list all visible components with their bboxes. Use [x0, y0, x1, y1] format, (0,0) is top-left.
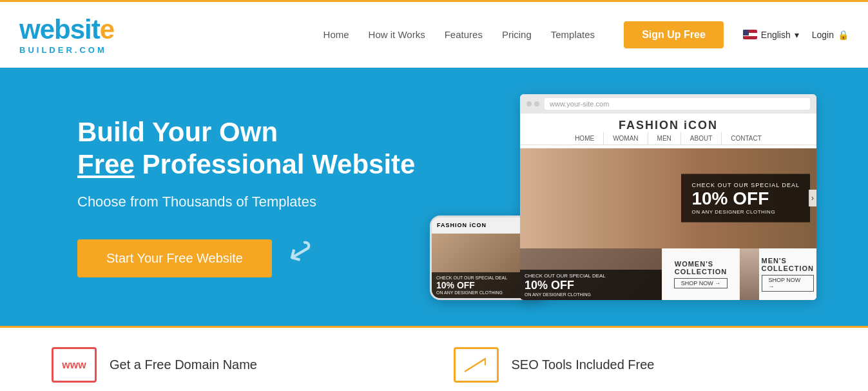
fashion-bottom-row: CHECK OUT OUR SPECIAL DEAL 10% OFF ON AN… — [520, 248, 816, 300]
top-right-controls: English ▾ Login 🔒 — [743, 30, 849, 40]
fashion-deal-small-sm: CHECK OUT OUR SPECIAL DEAL — [525, 273, 657, 279]
fashion-site-title: FASHION iCON — [520, 119, 816, 132]
womens-shop-btn[interactable]: SHOP NOW → — [674, 278, 728, 288]
lock-icon: 🔒 — [838, 30, 849, 40]
hero-title-rest: Professional Website — [135, 149, 416, 179]
login-label: Login — [812, 30, 834, 40]
top-bar: website BUILDER.COM Home How it Works Fe… — [0, 0, 868, 68]
fashion-nav-men: MEN — [648, 132, 681, 145]
feature-domain-text: Get a Free Domain Name — [110, 357, 257, 372]
hero-mockup-area: FASHION iCON ≡ CHECK OUT OUR SPECIAL DEA… — [481, 94, 816, 300]
deal-sub-text: ON ANY DESIGNER CLOTHING — [691, 209, 800, 215]
fashion-deal-overlay-sm: CHECK OUT OUR SPECIAL DEAL 10% OFF ON AN… — [520, 270, 662, 300]
womens-collection-panel: WOMEN'SCOLLECTION SHOP NOW → — [662, 248, 739, 300]
language-label: English — [761, 30, 791, 40]
fashion-main-image: CHECK OUT OUR SPECIAL DEAL 10% OFF ON AN… — [520, 148, 816, 248]
hero-subtitle: Choose from Thousands of Templates — [77, 194, 481, 210]
hero-title: Build Your Own Free Professional Website — [77, 116, 481, 181]
feature-seo-text: SEO Tools Included Free — [512, 357, 655, 372]
logo-sub: BUILDER.COM — [19, 45, 114, 55]
seo-chart-svg — [463, 356, 489, 375]
mens-image — [740, 248, 759, 300]
chevron-down-icon: ▾ — [795, 30, 799, 40]
logo[interactable]: website BUILDER.COM — [19, 14, 114, 55]
mens-collection-panel: MEN'SCOLLECTION SHOP NOW → — [739, 248, 816, 300]
deal-overlay: CHECK OUT OUR SPECIAL DEAL 10% OFF ON AN… — [681, 174, 810, 223]
seo-icon — [454, 347, 499, 383]
language-selector[interactable]: English ▾ — [743, 30, 799, 40]
fashion-bottom-left-image: CHECK OUT OUR SPECIAL DEAL 10% OFF ON AN… — [520, 248, 662, 300]
deal-percent: 10% OFF — [691, 188, 800, 209]
deal-small-text: CHECK OUT OUR SPECIAL DEAL — [691, 182, 800, 188]
mobile-site-title: FASHION iCON — [437, 222, 487, 228]
nav-how-it-works[interactable]: How it Works — [369, 29, 425, 40]
nav-area: Home How it Works Features Pricing Templ… — [323, 21, 724, 48]
nav-features[interactable]: Features — [445, 29, 483, 40]
hero-title-free: Free — [77, 149, 135, 179]
www-icon: www — [52, 347, 97, 383]
hero-title-line1: Build Your Own — [77, 117, 278, 147]
login-area[interactable]: Login 🔒 — [812, 30, 849, 40]
fashion-header: FASHION iCON HOME WOMAN MEN ABOUT CONTAC… — [520, 114, 816, 148]
fashion-nav-woman: WOMAN — [604, 132, 648, 145]
fashion-nav-contact: CONTACT — [722, 132, 771, 145]
mens-info: MEN'SCOLLECTION SHOP NOW → — [759, 248, 817, 300]
fashion-nav-home: HOME — [566, 132, 604, 145]
browser-bar: www.your-site.com — [520, 94, 816, 114]
nav-home[interactable]: Home — [323, 29, 349, 40]
mens-collection-title: MEN'SCOLLECTION — [762, 257, 815, 272]
browser-mockup: www.your-site.com FASHION iCON HOME WOMA… — [520, 94, 816, 300]
fashion-deal-sub-sm: ON ANY DESIGNER CLOTHING — [525, 292, 657, 297]
logo-dot: e — [100, 14, 114, 45]
mens-shop-btn[interactable]: SHOP NOW → — [762, 275, 815, 292]
logo-text: website — [19, 14, 114, 45]
nav-templates[interactable]: Templates — [551, 29, 595, 40]
signup-button[interactable]: Sign Up Free — [624, 21, 724, 48]
arrow-icon: ↩ — [280, 229, 322, 275]
womens-collection-title: WOMEN'SCOLLECTION — [675, 260, 728, 276]
browser-dot-2 — [534, 101, 539, 106]
main-nav: Home How it Works Features Pricing Templ… — [323, 29, 595, 40]
fashion-nav: HOME WOMAN MEN ABOUT CONTACT — [520, 132, 816, 145]
hero-section: Build Your Own Free Professional Website… — [0, 68, 868, 326]
next-arrow-icon[interactable]: › — [809, 190, 816, 206]
hero-content: Build Your Own Free Professional Website… — [77, 116, 481, 278]
feature-seo: SEO Tools Included Free — [454, 347, 817, 383]
fashion-nav-about: ABOUT — [681, 132, 722, 145]
feature-domain: www Get a Free Domain Name — [52, 347, 415, 383]
nav-pricing[interactable]: Pricing — [502, 29, 532, 40]
bottom-features: www Get a Free Domain Name SEO Tools Inc… — [0, 326, 868, 391]
fashion-deal-percent-sm: 10% OFF — [525, 279, 657, 292]
browser-dot-1 — [526, 101, 532, 106]
flag-icon — [743, 30, 757, 39]
browser-dots — [526, 101, 539, 106]
hero-cta-button[interactable]: Start Your Free Website — [77, 239, 272, 277]
browser-url-bar: www.your-site.com — [545, 98, 810, 110]
browser-content: FASHION iCON HOME WOMAN MEN ABOUT CONTAC… — [520, 114, 816, 300]
